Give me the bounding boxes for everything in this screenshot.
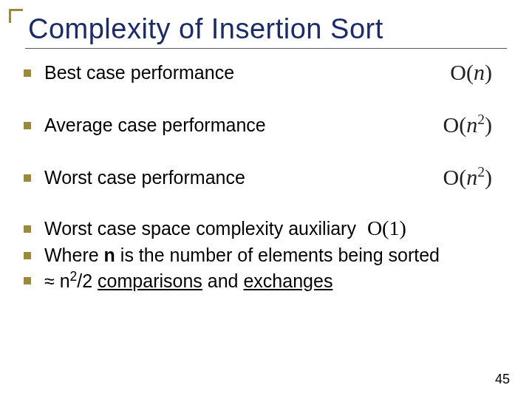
bullet-best-case: Best case performance O(n) [21, 59, 507, 86]
bullet-icon [24, 122, 31, 129]
var-n: n [104, 245, 115, 265]
exponent: 2 [70, 269, 78, 284]
bullet-text: ≈ n2/2 comparisons and exchanges [44, 269, 507, 292]
bullet-worst-case: Worst case performance O(n2) [21, 163, 507, 191]
corner-accent-icon [9, 9, 23, 23]
bullet-label: Worst case space complexity auxiliary [44, 218, 356, 239]
exponent: 2 [477, 164, 485, 180]
big-o-notation: O(n) [450, 59, 492, 86]
bullet-icon [24, 174, 31, 182]
bullet-where-n: Where n is the number of elements being … [21, 244, 507, 266]
bullet-icon [24, 69, 31, 77]
bullet-text: Best case performance [44, 61, 435, 83]
bullet-text: Worst case performance [44, 166, 429, 188]
bullet-space-complexity: Worst case space complexity auxiliary O(… [21, 216, 507, 241]
bullet-text: Worst case space complexity auxiliary O(… [44, 216, 507, 241]
title-underline [25, 48, 507, 49]
var-n: n [60, 270, 70, 291]
bullet-list: Best case performance O(n) Average case … [21, 59, 507, 292]
bullet-approx: ≈ n2/2 comparisons and exchanges [21, 269, 507, 292]
page-number: 45 [495, 372, 510, 387]
slide: Complexity of Insertion Sort Best case p… [0, 0, 532, 399]
big-o-notation: O(n2) [443, 111, 492, 138]
title-wrap: Complexity of Insertion Sort [25, 13, 507, 45]
term-exchanges: exchanges [243, 270, 332, 291]
bullet-icon [24, 277, 31, 284]
slide-title: Complexity of Insertion Sort [25, 13, 507, 45]
term-comparisons: comparisons [98, 270, 202, 291]
bullet-average-case: Average case performance O(n2) [21, 111, 507, 138]
exponent: 2 [477, 112, 485, 127]
bullet-icon [24, 225, 31, 233]
big-o-notation: O(n2) [443, 163, 492, 191]
big-o-notation: O(1) [367, 216, 406, 239]
approx-symbol: ≈ [44, 270, 60, 291]
bullet-text: Where n is the number of elements being … [44, 244, 507, 266]
bullet-icon [24, 252, 31, 259]
bullet-text: Average case performance [44, 114, 429, 136]
